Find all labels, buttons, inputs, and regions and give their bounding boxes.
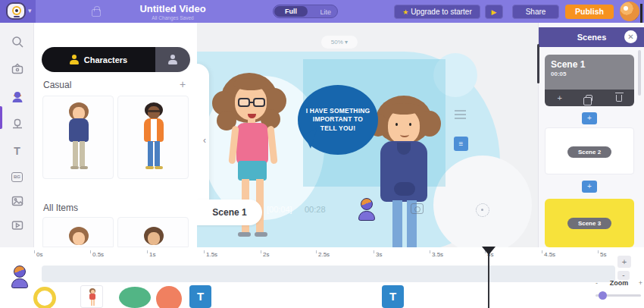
person-plus-icon: [168, 55, 177, 64]
scene-card-2[interactable]: Scene 2: [545, 127, 634, 174]
scene-character-icon[interactable]: [355, 198, 379, 225]
timeline-item-ring[interactable]: [33, 287, 56, 308]
page-title: Untitled Video: [97, 3, 249, 14]
person-icon: [70, 55, 79, 64]
character-thumb: [69, 227, 89, 247]
time-total: 00:28: [305, 205, 326, 214]
add-category-button[interactable]: +: [180, 78, 186, 90]
upgrade-label: Upgrade to starter: [411, 8, 472, 16]
zoom-slider[interactable]: [596, 294, 641, 297]
zoom-minus-button[interactable]: -: [596, 279, 598, 287]
canvas-zoom-pill[interactable]: 50% ▾: [321, 36, 358, 49]
props-icon: [11, 117, 24, 130]
lines-icon: [455, 110, 466, 119]
lite-mode-button[interactable]: Lite: [320, 7, 331, 17]
zoom-plus-button[interactable]: +: [639, 279, 642, 287]
tab-characters-label: Characters: [84, 55, 127, 64]
timeline-item-text-2[interactable]: T: [382, 285, 404, 308]
close-scenes-button[interactable]: ✕: [624, 30, 637, 43]
video-editor-app: ▾ Untitled Video All Changes Saved Full …: [0, 0, 644, 308]
avatar[interactable]: [620, 2, 639, 21]
tab-my-characters[interactable]: [155, 47, 190, 72]
character-card-casual-1[interactable]: [42, 96, 114, 179]
text-icon: T: [14, 145, 20, 157]
background-icon: BG: [11, 172, 23, 182]
scene-1-controls: +: [545, 90, 634, 106]
ruler-tick: 2s: [263, 251, 269, 258]
timeline-item-character[interactable]: [80, 285, 103, 308]
upgrade-button[interactable]: ★ Upgrade to starter: [394, 5, 480, 19]
focus-icon[interactable]: [476, 203, 489, 217]
add-scene-between-1[interactable]: +: [582, 112, 597, 124]
add-scene-button[interactable]: +: [552, 93, 568, 102]
ruler-tick: 0s: [36, 251, 42, 258]
delete-scene-button[interactable]: [611, 95, 627, 102]
sidebar-item-videos[interactable]: [0, 214, 34, 237]
timeline-item-text-1[interactable]: T: [189, 285, 211, 308]
character-thumb: [139, 102, 169, 175]
sidebar-item-backgrounds[interactable]: BG: [0, 165, 34, 188]
sidebar-item-props[interactable]: [0, 112, 34, 135]
ruler-tick: 1s: [149, 251, 155, 258]
add-scene-between-2[interactable]: +: [582, 181, 597, 193]
scene-2-name: Scene 2: [567, 146, 611, 158]
playhead[interactable]: [488, 250, 489, 308]
canvas-add-button[interactable]: ≡: [454, 137, 468, 151]
character-thumb: [144, 227, 164, 247]
timeline-item-circle[interactable]: [156, 286, 182, 308]
scene-card-3[interactable]: Scene 3: [545, 199, 634, 247]
scene-card-1[interactable]: Scene 1 00:05: [545, 55, 634, 90]
scenes-scrollbar[interactable]: [638, 50, 641, 96]
zoom-control: - Zoom +: [596, 279, 642, 287]
scenes-scrollbar-left[interactable]: [537, 44, 539, 83]
sidebar-item-text[interactable]: T: [0, 140, 34, 162]
mode-toggle[interactable]: Full Lite: [273, 5, 338, 18]
timeline-zoom-in-button[interactable]: +: [617, 256, 631, 268]
top-bar: ▾ Untitled Video All Changes Saved Full …: [0, 0, 644, 23]
video-icon: [11, 218, 24, 232]
section-casual-label: Casual: [43, 80, 71, 90]
timeline-ruler[interactable]: 0s 0.5s 1s 1.5s 2s 2.5s 3s 3.5s 4s 4.5s …: [34, 247, 644, 264]
ruler-tick: 2.5s: [318, 251, 330, 258]
timeline-item-speech-bubble[interactable]: [119, 287, 151, 308]
preview-play-button[interactable]: ▶: [485, 5, 503, 19]
window-scrollbar[interactable]: [640, 4, 642, 23]
speech-text: I HAVE SOMETHING IMPORTANT TO TELL YOU!: [305, 107, 371, 132]
chevron-down-icon: ▾: [28, 7, 32, 14]
ruler-tick: 5s: [600, 251, 606, 258]
track-character-icon[interactable]: [8, 266, 32, 293]
character-card-all-2[interactable]: [117, 217, 189, 247]
save-status: All Changes Saved: [97, 15, 249, 20]
character-card-casual-2[interactable]: [117, 96, 189, 179]
tab-characters[interactable]: Characters: [42, 47, 155, 72]
time-current: [00:04]: [267, 205, 292, 214]
zoom-label: Zoom: [610, 279, 629, 287]
logo-button[interactable]: ▾: [0, 0, 36, 23]
chevron-left-icon: ‹: [203, 135, 206, 146]
sidebar-item-images[interactable]: [0, 190, 34, 212]
scene-camera-icon[interactable]: [411, 203, 424, 214]
ruler-tick: 1.5s: [206, 251, 217, 258]
full-mode-button[interactable]: Full: [274, 6, 308, 17]
character-card-all-1[interactable]: [42, 217, 114, 247]
trash-icon: [616, 95, 622, 102]
ruler-tick: 3s: [376, 251, 382, 258]
zoom-slider-knob[interactable]: [599, 291, 607, 300]
ruler-tick: 0.5s: [92, 251, 104, 258]
speech-bubble[interactable]: I HAVE SOMETHING IMPORTANT TO TELL YOU!: [298, 85, 378, 155]
scene-3-name: Scene 3: [567, 218, 611, 229]
publish-button[interactable]: Publish: [565, 5, 614, 19]
share-button[interactable]: Share: [512, 5, 559, 19]
timeline-track[interactable]: [42, 266, 615, 282]
section-all-items-label: All Items: [43, 203, 78, 213]
ruler-tick: 3.5s: [432, 251, 443, 258]
sidebar-item-templates[interactable]: [0, 58, 34, 80]
sidebar-item-characters[interactable]: [0, 85, 34, 108]
panel-collapse-handle[interactable]: ‹: [197, 64, 209, 222]
templates-icon: [11, 62, 24, 76]
sidebar-rail: T BG ♪: [0, 23, 34, 262]
sidebar-item-search[interactable]: [0, 30, 34, 53]
scene-tab[interactable]: Scene 1: [197, 200, 262, 225]
duplicate-scene-button[interactable]: [581, 95, 598, 102]
stage: I HAVE SOMETHING IMPORTANT TO TELL YOU! …: [197, 23, 538, 247]
